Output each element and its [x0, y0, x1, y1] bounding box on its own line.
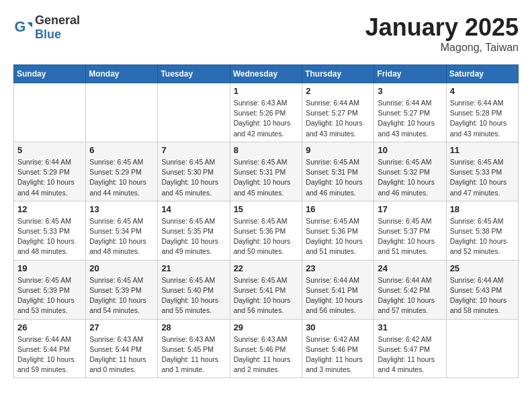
day-info: Sunrise: 6:45 AMSunset: 5:29 PMDaylight:… [89, 157, 154, 198]
calendar-cell: 7Sunrise: 6:45 AMSunset: 5:30 PMDaylight… [158, 142, 230, 201]
calendar-cell [14, 83, 86, 142]
day-number: 30 [306, 322, 370, 332]
calendar-cell: 2Sunrise: 6:44 AMSunset: 5:27 PMDaylight… [302, 83, 374, 142]
calendar-cell: 12Sunrise: 6:45 AMSunset: 5:33 PMDayligh… [14, 201, 86, 260]
day-info: Sunrise: 6:43 AMSunset: 5:46 PMDaylight:… [234, 334, 299, 375]
calendar-cell: 5Sunrise: 6:44 AMSunset: 5:29 PMDaylight… [14, 142, 86, 201]
day-info: Sunrise: 6:42 AMSunset: 5:46 PMDaylight:… [306, 334, 370, 375]
calendar-week-row: 5Sunrise: 6:44 AMSunset: 5:29 PMDaylight… [14, 142, 519, 201]
day-number: 7 [161, 145, 226, 155]
calendar-week-row: 26Sunrise: 6:44 AMSunset: 5:44 PMDayligh… [14, 319, 519, 378]
calendar-cell: 27Sunrise: 6:43 AMSunset: 5:44 PMDayligh… [86, 319, 158, 378]
day-info: Sunrise: 6:45 AMSunset: 5:40 PMDaylight:… [161, 275, 226, 316]
day-number: 10 [378, 145, 442, 155]
day-number: 13 [89, 204, 154, 214]
calendar-cell [446, 319, 518, 378]
calendar-cell: 23Sunrise: 6:44 AMSunset: 5:41 PMDayligh… [302, 260, 374, 319]
day-number: 8 [234, 145, 299, 155]
day-number: 26 [17, 322, 82, 332]
calendar-cell: 30Sunrise: 6:42 AMSunset: 5:46 PMDayligh… [302, 319, 374, 378]
day-info: Sunrise: 6:45 AMSunset: 5:39 PMDaylight:… [89, 275, 154, 316]
day-number: 6 [89, 145, 154, 155]
day-info: Sunrise: 6:45 AMSunset: 5:35 PMDaylight:… [161, 216, 226, 257]
calendar-location: Magong, Taiwan [365, 42, 519, 54]
logo-general: General [35, 13, 80, 27]
calendar-cell: 20Sunrise: 6:45 AMSunset: 5:39 PMDayligh… [86, 260, 158, 319]
day-info: Sunrise: 6:44 AMSunset: 5:41 PMDaylight:… [306, 275, 370, 316]
calendar-cell: 25Sunrise: 6:44 AMSunset: 5:43 PMDayligh… [446, 260, 518, 319]
day-info: Sunrise: 6:45 AMSunset: 5:30 PMDaylight:… [161, 157, 226, 198]
day-number: 20 [89, 263, 154, 273]
day-number: 24 [378, 263, 442, 273]
day-number: 5 [17, 145, 82, 155]
calendar-cell: 18Sunrise: 6:45 AMSunset: 5:38 PMDayligh… [446, 201, 518, 260]
svg-text:G: G [15, 18, 26, 35]
day-info: Sunrise: 6:45 AMSunset: 5:37 PMDaylight:… [378, 216, 442, 257]
calendar-cell: 4Sunrise: 6:44 AMSunset: 5:28 PMDaylight… [446, 83, 518, 142]
day-number: 4 [450, 86, 515, 96]
calendar-cell: 8Sunrise: 6:45 AMSunset: 5:31 PMDaylight… [230, 142, 302, 201]
calendar-cell: 11Sunrise: 6:45 AMSunset: 5:33 PMDayligh… [446, 142, 518, 201]
calendar-cell: 26Sunrise: 6:44 AMSunset: 5:44 PMDayligh… [14, 319, 86, 378]
calendar-cell: 29Sunrise: 6:43 AMSunset: 5:46 PMDayligh… [230, 319, 302, 378]
calendar-cell: 28Sunrise: 6:43 AMSunset: 5:45 PMDayligh… [158, 319, 230, 378]
calendar-cell: 6Sunrise: 6:45 AMSunset: 5:29 PMDaylight… [86, 142, 158, 201]
title-block: January 2025 Magong, Taiwan [365, 13, 519, 54]
calendar-cell: 19Sunrise: 6:45 AMSunset: 5:39 PMDayligh… [14, 260, 86, 319]
day-number: 16 [306, 204, 370, 214]
day-number: 3 [378, 86, 442, 96]
logo-blue: Blue [35, 28, 61, 41]
day-number: 17 [378, 204, 442, 214]
day-number: 15 [234, 204, 299, 214]
day-info: Sunrise: 6:45 AMSunset: 5:36 PMDaylight:… [234, 216, 299, 257]
header-monday: Monday [86, 65, 158, 83]
calendar-cell: 22Sunrise: 6:45 AMSunset: 5:41 PMDayligh… [230, 260, 302, 319]
day-info: Sunrise: 6:44 AMSunset: 5:29 PMDaylight:… [17, 157, 82, 198]
calendar-table: Sunday Monday Tuesday Wednesday Thursday… [13, 64, 519, 378]
day-number: 19 [17, 263, 82, 273]
day-number: 18 [450, 204, 515, 214]
day-info: Sunrise: 6:45 AMSunset: 5:33 PMDaylight:… [450, 157, 515, 198]
day-info: Sunrise: 6:45 AMSunset: 5:38 PMDaylight:… [450, 216, 515, 257]
day-info: Sunrise: 6:44 AMSunset: 5:27 PMDaylight:… [306, 98, 370, 139]
calendar-cell [158, 83, 230, 142]
day-number: 29 [234, 322, 299, 332]
day-number: 9 [306, 145, 370, 155]
calendar-cell: 24Sunrise: 6:44 AMSunset: 5:42 PMDayligh… [374, 260, 446, 319]
calendar-week-row: 1Sunrise: 6:43 AMSunset: 5:26 PMDaylight… [14, 83, 519, 142]
day-number: 22 [234, 263, 299, 273]
calendar-cell: 3Sunrise: 6:44 AMSunset: 5:27 PMDaylight… [374, 83, 446, 142]
calendar-cell: 13Sunrise: 6:45 AMSunset: 5:34 PMDayligh… [86, 201, 158, 260]
svg-marker-1 [27, 22, 32, 28]
day-number: 23 [306, 263, 370, 273]
day-info: Sunrise: 6:43 AMSunset: 5:26 PMDaylight:… [234, 98, 299, 139]
day-number: 28 [161, 322, 226, 332]
day-number: 1 [234, 86, 299, 96]
weekday-header-row: Sunday Monday Tuesday Wednesday Thursday… [14, 65, 519, 83]
calendar-title: January 2025 [365, 13, 519, 42]
page-header: G General Blue January 2025 Magong, Taiw… [13, 13, 519, 54]
day-info: Sunrise: 6:44 AMSunset: 5:27 PMDaylight:… [378, 98, 442, 139]
day-info: Sunrise: 6:45 AMSunset: 5:31 PMDaylight:… [234, 157, 299, 198]
day-info: Sunrise: 6:44 AMSunset: 5:42 PMDaylight:… [378, 275, 442, 316]
day-number: 31 [378, 322, 442, 332]
calendar-cell: 10Sunrise: 6:45 AMSunset: 5:32 PMDayligh… [374, 142, 446, 201]
day-info: Sunrise: 6:45 AMSunset: 5:32 PMDaylight:… [378, 157, 442, 198]
day-info: Sunrise: 6:43 AMSunset: 5:45 PMDaylight:… [161, 334, 226, 375]
day-info: Sunrise: 6:45 AMSunset: 5:41 PMDaylight:… [234, 275, 299, 316]
calendar-cell: 9Sunrise: 6:45 AMSunset: 5:31 PMDaylight… [302, 142, 374, 201]
day-number: 21 [161, 263, 226, 273]
day-number: 2 [306, 86, 370, 96]
calendar-cell [86, 83, 158, 142]
day-info: Sunrise: 6:45 AMSunset: 5:34 PMDaylight:… [89, 216, 154, 257]
day-number: 25 [450, 263, 515, 273]
header-sunday: Sunday [14, 65, 86, 83]
day-info: Sunrise: 6:44 AMSunset: 5:28 PMDaylight:… [450, 98, 515, 139]
day-number: 14 [161, 204, 226, 214]
day-info: Sunrise: 6:42 AMSunset: 5:47 PMDaylight:… [378, 334, 442, 375]
day-info: Sunrise: 6:43 AMSunset: 5:44 PMDaylight:… [89, 334, 154, 375]
logo-icon: G [13, 18, 32, 37]
day-info: Sunrise: 6:45 AMSunset: 5:33 PMDaylight:… [17, 216, 82, 257]
day-number: 27 [89, 322, 154, 332]
calendar-cell: 15Sunrise: 6:45 AMSunset: 5:36 PMDayligh… [230, 201, 302, 260]
